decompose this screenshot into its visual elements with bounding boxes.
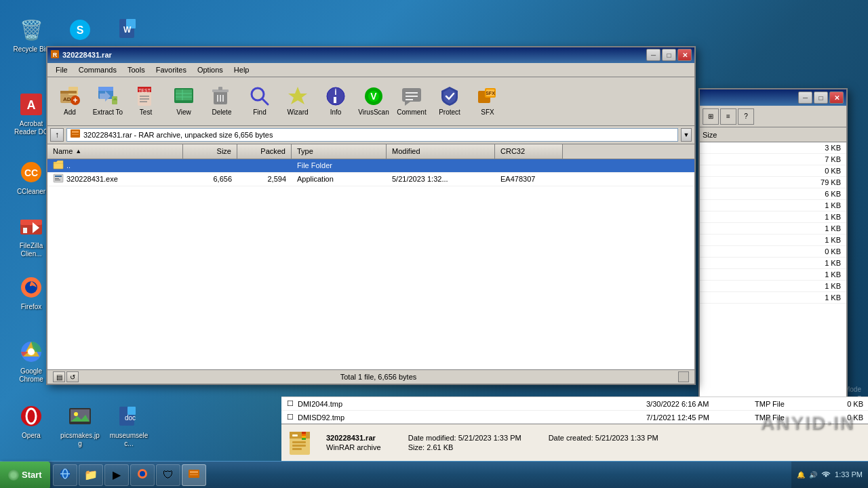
status-icon-2[interactable]: ↺ — [66, 371, 79, 382]
second-maximize-button[interactable]: □ — [814, 92, 828, 104]
file-name: DMI2044.tmp — [298, 400, 646, 408]
word-icon: W — [115, 16, 142, 43]
taskbar-app-mediaplayer[interactable]: ▶ — [104, 464, 129, 486]
column-header-packed[interactable]: Packed — [237, 144, 292, 159]
security-icon: 🛡 — [163, 469, 174, 481]
second-toolbar-btn-2[interactable]: ≡ — [720, 108, 736, 125]
address-dropdown[interactable]: ▼ — [681, 128, 692, 142]
toolbar-protect-button[interactable]: Protect — [431, 79, 468, 123]
status-scrollbar[interactable] — [678, 371, 689, 382]
minimize-button[interactable]: ─ — [646, 49, 660, 61]
menu-commands[interactable]: Commands — [73, 63, 122, 77]
list-item[interactable]: 6 KB — [700, 188, 846, 200]
file-size: 0 KB — [823, 400, 863, 408]
status-icon-1[interactable]: ▤ — [53, 371, 65, 382]
second-window-controls: ─ □ ✕ — [798, 92, 844, 104]
anyid-watermark: ANYID·IN — [760, 412, 854, 434]
menu-tools[interactable]: Tools — [122, 63, 151, 77]
toolbar-sfx-button[interactable]: SFX SFX — [469, 79, 506, 123]
svg-text:SFX: SFX — [486, 91, 495, 96]
taskbar-app-firefox[interactable] — [130, 464, 155, 486]
file-info-created-col: Date created: 5/21/2023 1:33 PM — [549, 434, 658, 451]
svg-rect-80 — [292, 441, 306, 443]
list-item[interactable]: 1 KB — [700, 281, 846, 292]
toolbar-view-button[interactable]: View — [165, 79, 202, 123]
volume-icon: 🔊 — [809, 471, 817, 479]
toolbar-virusscan-button[interactable]: V VirusScan — [355, 79, 392, 123]
winrar-title-text: 320228431.rar — [62, 51, 112, 59]
desktop-icon-label: picsmakes.jpg — [58, 431, 102, 449]
toolbar-delete-button[interactable]: Delete — [203, 79, 240, 123]
toolbar-add-button[interactable]: ADD + Add — [52, 79, 88, 123]
toolbar-test-button[interactable]: TEST Test — [127, 79, 164, 123]
list-item[interactable]: 7 KB — [700, 154, 846, 165]
toolbar-comment-button[interactable]: Comment — [393, 79, 430, 123]
column-header-type[interactable]: Type — [292, 144, 387, 159]
list-item[interactable]: 3 KB — [700, 142, 846, 154]
toolbar-find-label: Find — [253, 108, 266, 117]
navigate-up-button[interactable]: ↑ — [50, 128, 64, 142]
maximize-button[interactable]: □ — [662, 49, 676, 61]
column-header-crc32[interactable]: CRC32 — [495, 144, 563, 159]
file-info-archive-icon — [288, 428, 318, 458]
file-list: Name ▲ Size Packed Type Mo — [47, 144, 694, 369]
list-item[interactable]: 1 KB — [700, 200, 846, 211]
toolbar-find-button[interactable]: Find — [241, 79, 278, 123]
view-icon — [173, 85, 195, 107]
extract-icon — [97, 85, 119, 107]
toolbar-extract-button[interactable]: Extract To — [90, 79, 126, 123]
desktop-icon-label: Recycle Bin — [12, 45, 52, 54]
mediaplayer-icon: ▶ — [113, 468, 121, 481]
file-info-details: 320228431.rar WinRAR archive Date modifi… — [326, 434, 865, 451]
second-toolbar: ⊞ ≡ ? — [700, 106, 846, 127]
menu-help[interactable]: Help — [229, 63, 255, 77]
close-button[interactable]: ✕ — [677, 49, 692, 61]
second-minimize-button[interactable]: ─ — [798, 92, 812, 104]
svg-rect-69 — [71, 129, 80, 138]
file-name: DMISD92.tmp — [298, 413, 646, 422]
list-item[interactable]: 0 KB — [700, 165, 846, 177]
column-header-size[interactable]: Size — [183, 144, 237, 159]
second-close-button[interactable]: ✕ — [829, 92, 844, 104]
taskbar-app-explorer[interactable]: 📁 — [79, 464, 103, 486]
second-toolbar-btn-3[interactable]: ? — [738, 108, 754, 125]
toolbar-virusscan-label: VirusScan — [358, 108, 389, 117]
list-item[interactable]: 79 KB — [700, 177, 846, 188]
taskbar-app-winrar[interactable] — [182, 464, 206, 486]
list-item[interactable]: 1 KB — [700, 292, 846, 304]
address-input[interactable]: 320228431.rar - RAR archive, unpacked si… — [66, 128, 678, 142]
cell-type: File Folder — [292, 161, 387, 169]
taskbar-app-ie[interactable] — [53, 464, 77, 486]
second-toolbar-btn-1[interactable]: ⊞ — [703, 108, 719, 125]
desktop-icon-picsmakes[interactable]: picsmakes.jpg — [56, 400, 104, 451]
taskbar-app-security[interactable]: 🛡 — [156, 464, 180, 486]
svg-point-21 — [74, 412, 78, 416]
column-header-name[interactable]: Name ▲ — [47, 144, 183, 159]
menu-file[interactable]: File — [50, 63, 73, 77]
column-header-modified[interactable]: Modified — [387, 144, 495, 159]
taskbar: Start 📁 ▶ — [0, 461, 868, 488]
table-row[interactable]: 320228431.exe 6,656 2,594 Application 5/… — [47, 173, 694, 186]
desktop-icon-museum[interactable]: doc museumselec... — [104, 400, 153, 451]
second-size-column-header[interactable]: Size — [703, 131, 717, 139]
list-item[interactable]: 1 KB — [700, 223, 846, 235]
svg-rect-11 — [23, 228, 27, 233]
file-checkbox[interactable]: ☐ — [287, 399, 298, 408]
svg-rect-49 — [218, 87, 222, 90]
list-item[interactable]: 0 KB — [700, 246, 846, 258]
list-item[interactable]: 1 KB — [700, 258, 846, 269]
table-row[interactable]: .. File Folder — [47, 159, 694, 173]
file-checkbox[interactable]: ☐ — [287, 413, 298, 422]
menu-favorites[interactable]: Favorites — [151, 63, 192, 77]
list-item[interactable]: 1 KB — [700, 211, 846, 223]
list-item[interactable]: 1 KB — [700, 269, 846, 281]
toolbar-protect-label: Protect — [439, 108, 460, 117]
toolbar-info-button[interactable]: i Info — [317, 79, 354, 123]
start-button[interactable]: Start — [0, 462, 50, 489]
svg-rect-74 — [55, 176, 62, 177]
toolbar-wizard-button[interactable]: Wizard — [279, 79, 316, 123]
desktop-icon-opera[interactable]: Opera — [7, 400, 56, 443]
list-item[interactable]: ☐ DMI2044.tmp 3/30/2022 6:16 AM TMP File… — [281, 397, 868, 411]
menu-options[interactable]: Options — [192, 63, 229, 77]
list-item[interactable]: 1 KB — [700, 235, 846, 246]
